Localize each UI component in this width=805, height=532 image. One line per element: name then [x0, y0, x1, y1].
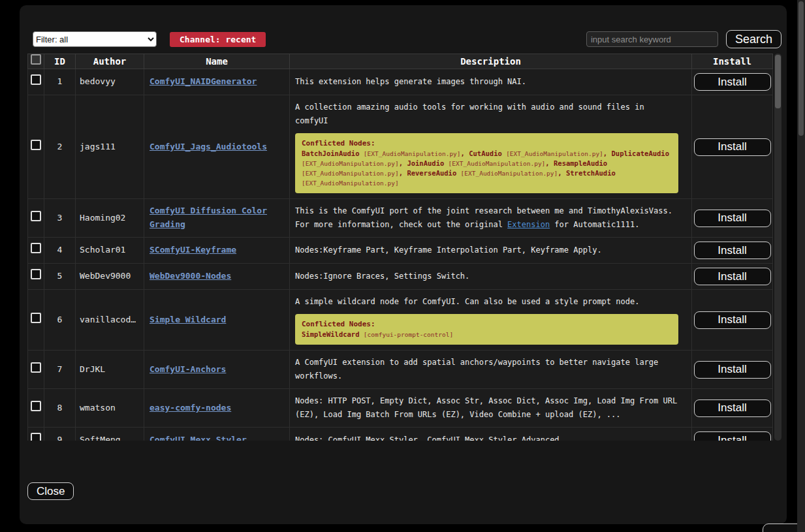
row-install-cell: Install	[692, 264, 773, 290]
install-button[interactable]: Install	[694, 311, 771, 329]
node-name-link[interactable]: WebDev9000-Nodes	[150, 271, 231, 281]
row-id: 9	[44, 428, 76, 441]
row-install-cell: Install	[692, 238, 773, 264]
node-name-link[interactable]: Simple Wildcard	[150, 315, 226, 324]
page-scrollbar[interactable]	[797, 0, 805, 532]
row-checkbox[interactable]	[31, 313, 41, 323]
row-author: Haoming02	[76, 199, 144, 238]
row-install-cell: Install	[692, 351, 773, 389]
row-checkbox[interactable]	[31, 243, 41, 253]
table-scrollbar[interactable]	[774, 54, 781, 441]
row-checkbox-cell	[28, 351, 44, 389]
row-name-cell: WebDev9000-Nodes	[144, 264, 290, 290]
row-install-cell: Install	[692, 290, 773, 351]
row-checkbox-cell	[28, 69, 44, 95]
row-id: 8	[44, 389, 76, 428]
row-author: jags111	[76, 95, 144, 199]
row-checkbox-cell	[28, 290, 44, 351]
row-install-cell: Install	[692, 199, 773, 238]
description-link[interactable]: Extension	[507, 220, 550, 229]
channel-badge[interactable]: Channel: recent	[170, 32, 266, 47]
node-name-link[interactable]: easy-comfy-nodes	[150, 403, 231, 413]
conflict-node-ref: [EXT_AudioManipulation.py]	[461, 170, 558, 177]
row-checkbox[interactable]	[31, 211, 41, 221]
conflict-node-name: JoinAudio	[407, 159, 444, 167]
table-row: 7DrJKLComfyUI-AnchorsA ComfyUI extension…	[28, 351, 773, 389]
row-author: bedovyy	[76, 69, 144, 95]
row-checkbox[interactable]	[31, 74, 41, 85]
install-button[interactable]: Install	[694, 242, 771, 259]
table-row: 8wmatsoneasy-comfy-nodesNodes: HTTP POST…	[28, 389, 773, 428]
node-name-link[interactable]: ComfyUI-Anchors	[150, 364, 226, 374]
row-id: 6	[44, 290, 76, 351]
row-description: Nodes:Keyframe Part, Keyframe Interpolat…	[290, 238, 692, 264]
row-checkbox-cell	[28, 199, 44, 238]
table-row: 1bedovyyComfyUI_NAIDGeneratorThis extens…	[28, 69, 773, 95]
close-button[interactable]: Close	[27, 482, 74, 500]
row-checkbox-cell	[28, 264, 44, 290]
install-button[interactable]: Install	[694, 431, 771, 441]
row-checkbox[interactable]	[31, 140, 41, 150]
row-checkbox[interactable]	[31, 362, 41, 373]
row-author: DrJKL	[76, 351, 144, 389]
row-description: Nodes:Ignore Braces, Settings Switch.	[290, 264, 692, 290]
row-checkbox-cell	[28, 428, 44, 441]
table-row: 3Haoming02ComfyUI Diffusion Color Gradin…	[28, 199, 773, 238]
row-install-cell: Install	[692, 95, 773, 199]
conflict-node-ref: [EXT_AudioManipulation.py]	[364, 150, 461, 157]
install-button[interactable]: Install	[694, 361, 771, 379]
row-author: SoftMeng	[76, 428, 144, 441]
toolbar: Filter: all Channel: recent Search	[33, 30, 781, 48]
install-button[interactable]: Install	[694, 138, 771, 156]
row-id: 2	[44, 95, 76, 199]
header-select-all	[28, 54, 44, 69]
conflict-node-name: CutAudio	[469, 149, 502, 157]
conflict-node-name: BatchJoinAudio	[302, 149, 360, 157]
row-checkbox[interactable]	[31, 401, 41, 411]
search-input[interactable]	[586, 31, 718, 47]
conflict-node-name: ReverseAudio	[407, 169, 456, 177]
header-name: Name	[144, 54, 290, 69]
table-row: 2jags111ComfyUI_Jags_AudiotoolsA collect…	[28, 95, 773, 199]
page-scrollbar-thumb[interactable]	[798, 1, 804, 136]
row-id: 5	[44, 264, 76, 290]
row-id: 3	[44, 199, 76, 238]
table-body: 1bedovyyComfyUI_NAIDGeneratorThis extens…	[28, 69, 773, 441]
conflict-node-ref: [EXT_AudioManipulation.py]	[449, 160, 546, 167]
row-description: This is the ComfyUI port of the joint re…	[290, 199, 692, 238]
row-checkbox[interactable]	[31, 269, 41, 279]
install-button[interactable]: Install	[694, 210, 771, 227]
conflicted-nodes-box: Conflicted Nodes:SimpleWildcard [comfyui…	[295, 314, 678, 345]
conflict-node-name: SimpleWildcard	[302, 330, 360, 338]
table-row: 6vanillacode314Simple WildcardA simple w…	[28, 290, 773, 351]
search-button[interactable]: Search	[726, 30, 781, 48]
node-name-link[interactable]: SComfyUI-Keyframe	[150, 245, 236, 255]
filter-select[interactable]: Filter: all	[33, 31, 157, 47]
row-description: This extension helps generate images thr…	[290, 69, 692, 95]
row-description: A simple wildcard node for ComfyUI. Can …	[290, 290, 692, 351]
row-description: A collection amazing audio tools for wor…	[290, 95, 692, 199]
row-id: 1	[44, 69, 76, 95]
conflict-node-ref: [comfyui-prompt-control]	[364, 331, 453, 338]
select-all-checkbox[interactable]	[31, 54, 41, 65]
conflict-node-ref: [EXT_AudioManipulation.py]	[302, 170, 399, 177]
table-scrollbar-thumb[interactable]	[775, 55, 781, 108]
row-author: vanillacode314	[76, 290, 144, 351]
table-row: 4Scholar01SComfyUI-KeyframeNodes:Keyfram…	[28, 238, 773, 264]
install-button[interactable]: Install	[694, 399, 771, 417]
node-name-link[interactable]: ComfyUI Diffusion Color Grading	[150, 206, 267, 229]
node-name-link[interactable]: ComfyUI_Mexx_Styler	[150, 435, 247, 441]
install-button[interactable]: Install	[694, 73, 771, 91]
node-name-link[interactable]: ComfyUI_NAIDGenerator	[150, 76, 257, 86]
conflict-node-ref: [EXT_AudioManipulation.py]	[302, 160, 399, 167]
header-author: Author	[76, 54, 144, 69]
conflict-title: Conflicted Nodes:	[302, 319, 672, 330]
node-name-link[interactable]: ComfyUI_Jags_Audiotools	[150, 142, 267, 151]
conflicted-nodes-box: Conflicted Nodes:BatchJoinAudio [EXT_Aud…	[295, 133, 678, 193]
header-install: Install	[692, 54, 773, 69]
conflict-node-name: DuplicateAudio	[612, 149, 670, 157]
row-id: 7	[44, 351, 76, 389]
row-checkbox[interactable]	[31, 433, 41, 441]
conflict-node-ref: [EXT_AudioManipulation.py]	[302, 180, 399, 187]
install-button[interactable]: Install	[694, 268, 771, 285]
